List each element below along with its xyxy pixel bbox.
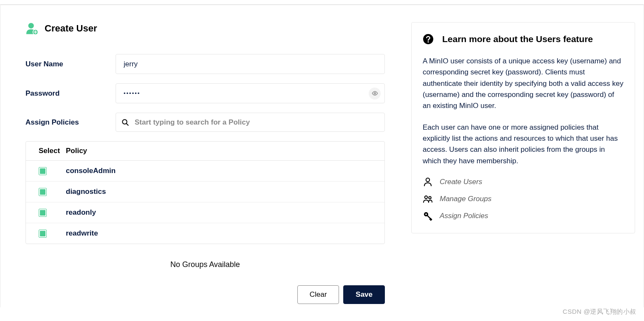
help-link-label: Manage Groups [440, 195, 491, 203]
help-link-assign-policies[interactable]: Assign Policies [423, 211, 624, 221]
help-link-create-users[interactable]: Create Users [423, 177, 624, 187]
save-button[interactable]: Save [343, 285, 385, 304]
question-icon [423, 34, 434, 45]
password-row: Password [25, 83, 385, 103]
table-row: readonly [26, 202, 384, 223]
svg-point-6 [427, 41, 429, 43]
user-icon [423, 177, 433, 187]
table-row: consoleAdmin [26, 161, 384, 182]
page-title: Create User [45, 23, 97, 34]
username-label: User Name [25, 60, 116, 68]
sidebar-paragraph: Each user can have one or more assigned … [423, 122, 624, 167]
search-icon [121, 119, 129, 126]
policy-table-body[interactable]: consoleAdmin diagnostics readonly readwr… [26, 161, 384, 244]
help-sidebar: Learn more about the Users feature A Min… [411, 22, 635, 233]
table-row: diagnostics [26, 182, 384, 202]
password-label: Password [25, 89, 116, 98]
sidebar-title: Learn more about the Users feature [442, 34, 593, 44]
username-row: User Name [25, 54, 385, 74]
no-groups-message: No Groups Available [25, 260, 385, 269]
policy-table: Select Policy consoleAdmin diagnostics r… [25, 141, 385, 244]
button-row: Clear Save [25, 285, 385, 307]
toggle-password-visibility-button[interactable] [369, 88, 381, 99]
svg-point-9 [429, 196, 431, 199]
assign-policies-label: Assign Policies [25, 118, 116, 127]
policy-name: readonly [66, 208, 372, 217]
policy-checkbox[interactable] [39, 188, 47, 196]
group-icon [423, 194, 433, 204]
svg-point-0 [28, 23, 34, 28]
policy-name: readwrite [66, 229, 372, 238]
clear-button[interactable]: Clear [297, 285, 339, 304]
table-header-policy: Policy [66, 147, 372, 155]
policy-checkbox[interactable] [39, 230, 47, 238]
policy-checkbox[interactable] [39, 167, 47, 175]
help-link-manage-groups[interactable]: Manage Groups [423, 194, 624, 204]
sidebar-paragraph: A MinIO user consists of a unique access… [423, 56, 624, 112]
svg-point-11 [425, 213, 427, 215]
policy-search-input[interactable] [116, 113, 385, 132]
svg-line-4 [127, 123, 128, 125]
svg-point-8 [425, 196, 427, 199]
policy-name: consoleAdmin [66, 167, 372, 175]
help-link-label: Assign Policies [440, 212, 488, 220]
page-header: Create User [25, 22, 385, 35]
password-input[interactable] [116, 83, 385, 103]
policy-checkbox[interactable] [39, 209, 47, 217]
svg-point-7 [426, 178, 429, 182]
assign-policies-row: Assign Policies [25, 113, 385, 132]
table-row: readwrite [26, 223, 384, 244]
svg-point-2 [374, 93, 376, 94]
eye-icon [372, 90, 378, 97]
help-link-label: Create Users [440, 178, 482, 186]
key-icon [423, 211, 433, 221]
user-add-icon [25, 22, 38, 35]
policy-name: diagnostics [66, 187, 372, 196]
main-panel: Create User User Name Password Assign [11, 22, 398, 307]
table-header-select: Select [39, 147, 66, 155]
username-input[interactable] [116, 54, 385, 74]
